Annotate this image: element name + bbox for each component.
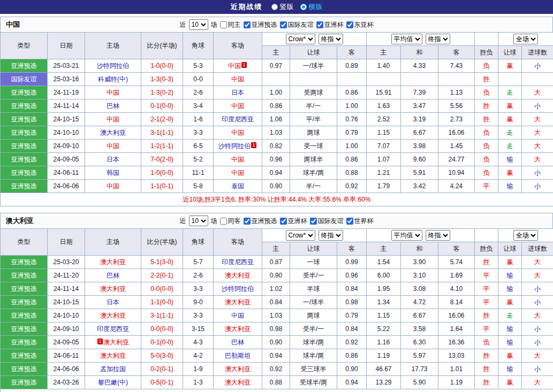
away-team-link[interactable]: 中国 (231, 312, 244, 319)
home-team-link[interactable]: 澳大利亚 (100, 129, 126, 136)
home-team-link[interactable]: 沙特阿拉伯 (97, 62, 129, 70)
score-link[interactable]: 7-0(2-0) (141, 153, 183, 166)
score-link[interactable]: 5-1(3-0) (141, 256, 183, 269)
home-team-link[interactable]: 澳大利亚 (103, 339, 129, 346)
filter-option-世界杯[interactable]: 世界杯 (346, 217, 374, 226)
scope-select[interactable]: 全场 (513, 34, 538, 44)
radio-horizontal-layout[interactable]: 横版 (300, 2, 323, 12)
handicap-line (290, 73, 337, 86)
filter-checkbox[interactable] (244, 21, 251, 28)
average-company-select[interactable]: 平均值 (391, 34, 422, 44)
home-team-link[interactable]: 韩国 (107, 169, 119, 176)
score-link[interactable]: 0-1(0-0) (141, 99, 183, 113)
away-team-link[interactable]: 中国 (231, 102, 244, 110)
home-team-link[interactable]: 黎巴嫩(中) (98, 379, 128, 386)
score-link[interactable]: 2-2(0-1) (141, 269, 183, 282)
score-link[interactable]: 1-2(1-1) (141, 140, 183, 153)
score-link[interactable]: 2-1(2-0) (141, 113, 183, 126)
away-team-link[interactable]: 澳大利亚 (225, 365, 251, 373)
scope-select[interactable]: 全场 (513, 230, 538, 241)
filter-checkbox[interactable] (310, 218, 317, 225)
filter-option-亚洲杯[interactable]: 亚洲杯 (316, 20, 344, 29)
odds-company-select[interactable]: Crow* (286, 34, 315, 44)
home-team-link[interactable]: 澳大利亚 (100, 312, 126, 319)
away-team-link[interactable]: 澳大利亚 (225, 272, 251, 279)
away-team-link[interactable]: 中国 (231, 75, 244, 83)
score-link[interactable]: 0-1(0-0) (141, 336, 183, 349)
away-team-link[interactable]: 中国 (231, 156, 244, 163)
score-link[interactable]: 1-1(0-1) (141, 180, 183, 193)
filter-option-国际友谊[interactable]: 国际友谊 (280, 20, 314, 29)
away-team-link[interactable]: 沙特阿拉伯 (222, 285, 254, 293)
average-stage-select[interactable]: 终指 (426, 34, 450, 44)
away-team-link[interactable]: 泰国 (231, 182, 244, 190)
avg-home (367, 73, 401, 86)
away-team-link[interactable]: 日本 (231, 89, 244, 96)
odds-stage-select[interactable]: 终指 (319, 34, 343, 44)
filter-checkbox[interactable] (346, 218, 353, 225)
home-team-link[interactable]: 印度尼西亚 (97, 325, 129, 333)
radio-vertical-layout[interactable]: 竖版 (271, 2, 294, 12)
score-link[interactable]: 5-0(3-0) (141, 349, 183, 363)
away-team-link[interactable]: 巴林 (231, 339, 244, 346)
home-team-link[interactable]: 中国 (107, 142, 119, 150)
away-team-link[interactable]: 澳大利亚 (225, 298, 251, 306)
away-team-link[interactable]: 中国 (231, 129, 244, 136)
filter-checkbox[interactable] (220, 218, 227, 225)
away-team-link[interactable]: 澳大利亚 (225, 379, 251, 386)
home-team-link[interactable]: 巴林 (107, 102, 119, 110)
home-team-link[interactable]: 科威特(中) (98, 75, 128, 83)
score-link[interactable]: 1-1(0-0) (141, 296, 183, 309)
match-count-select[interactable]: 10 (189, 216, 208, 226)
odds-home: 0.94 (262, 349, 290, 363)
filter-checkbox[interactable] (280, 21, 287, 28)
odds-company-select[interactable]: Crow* (286, 230, 315, 241)
match-count-select[interactable]: 10 (189, 19, 208, 30)
filter-checkbox[interactable] (280, 218, 287, 225)
filter-option-亚洲预选[interactable]: 亚洲预选 (244, 20, 277, 29)
average-stage-select[interactable]: 终指 (426, 230, 450, 241)
filter-checkbox[interactable] (244, 218, 251, 225)
odds-stage-select[interactable]: 终指 (319, 230, 343, 241)
home-team-link[interactable]: 中国 (107, 89, 119, 96)
away-team-link[interactable]: 印度尼西亚 (222, 116, 254, 123)
home-team-link[interactable]: 日本 (107, 298, 119, 306)
score-link[interactable]: 0-5(0-1) (141, 376, 183, 389)
score-link[interactable]: 0-2(0-1) (141, 363, 183, 376)
home-team-link[interactable]: 中国 (107, 116, 119, 123)
score-link[interactable]: 1-3(0-2) (141, 86, 183, 99)
away-team-link[interactable]: 巴勒斯坦 (225, 352, 251, 359)
filter-option-同客[interactable]: 同客 (220, 217, 241, 226)
corner-score: 4-2 (183, 349, 214, 363)
home-team-link[interactable]: 孟加拉国 (100, 365, 126, 373)
score-link[interactable]: 1-3(0-3) (141, 73, 183, 86)
filter-option-东亚杯[interactable]: 东亚杯 (346, 20, 374, 29)
filter-option-亚洲杯[interactable]: 亚洲杯 (280, 217, 307, 226)
away-team-link[interactable]: 沙特阿拉伯 (218, 142, 251, 150)
home-team-link[interactable]: 中国 (107, 182, 119, 190)
home-team-link[interactable]: 巴林 (107, 272, 119, 279)
score-link[interactable]: 3-1(1-1) (141, 126, 183, 140)
home-team-link[interactable]: 澳大利亚 (100, 258, 126, 266)
filter-checkbox[interactable] (220, 21, 227, 28)
filter-option-亚洲预选[interactable]: 亚洲预选 (244, 217, 277, 226)
filter-option-国际友谊[interactable]: 国际友谊 (310, 217, 344, 226)
filter-checkbox[interactable] (316, 21, 323, 28)
away-team-link[interactable]: 澳大利亚 (225, 325, 251, 333)
home-team-link[interactable]: 日本 (107, 156, 119, 163)
filter-option-同主[interactable]: 同主 (220, 20, 241, 29)
average-company-select[interactable]: 平均值 (391, 230, 422, 241)
away-team-link[interactable]: 印度尼西亚 (222, 258, 254, 266)
score-link[interactable]: 0-0(0-0) (141, 282, 183, 296)
team-section-2: 澳大利亚近10场同客亚洲预选亚洲杯国际友谊世界杯类型日期主场比分(半场)角球客场… (0, 213, 553, 392)
score-link[interactable]: 1-0(0-0) (141, 59, 183, 73)
column-header: 角球 (183, 229, 214, 256)
away-team-link[interactable]: 中国 (228, 62, 241, 70)
away-team-link[interactable]: 中国 (231, 169, 244, 176)
score-link[interactable]: 1-0(0-0) (141, 166, 183, 180)
filter-checkbox[interactable] (346, 21, 353, 28)
score-link[interactable]: 3-1(1-1) (141, 309, 183, 322)
score-link[interactable]: 0-0(0-0) (141, 322, 183, 336)
home-team-link[interactable]: 澳大利亚 (100, 352, 126, 359)
home-team-link[interactable]: 澳大利亚 (100, 285, 126, 293)
